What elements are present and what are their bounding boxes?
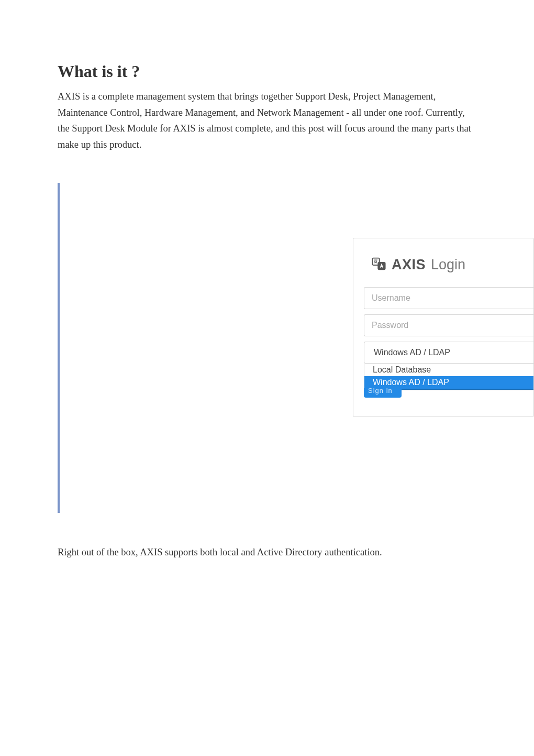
auth-option-local[interactable]: Local Database: [364, 364, 533, 376]
login-card: AXIS Login Windows AD / LDAP Local Datab…: [353, 238, 534, 417]
username-input[interactable]: [364, 287, 533, 309]
password-field-wrap: [364, 314, 533, 336]
username-field-wrap: [364, 287, 533, 309]
auth-dropdown-list: Local Database Windows AD / LDAP: [364, 364, 533, 390]
login-brand: AXIS: [392, 257, 426, 273]
login-word: Login: [431, 257, 465, 273]
auth-select[interactable]: Windows AD / LDAP: [364, 342, 533, 364]
caption-paragraph: Right out of the box, AXIS supports both…: [58, 544, 476, 561]
auth-select-value: Windows AD / LDAP: [364, 342, 533, 363]
translate-icon: [371, 256, 386, 273]
intro-paragraph: AXIS is a complete management system tha…: [58, 89, 476, 152]
page-heading: What is it ?: [58, 62, 476, 81]
signin-button[interactable]: Sign in: [364, 388, 402, 398]
quote-block: AXIS Login Windows AD / LDAP Local Datab…: [58, 183, 476, 513]
login-title: AXIS Login: [353, 256, 533, 287]
password-input[interactable]: [364, 314, 533, 336]
